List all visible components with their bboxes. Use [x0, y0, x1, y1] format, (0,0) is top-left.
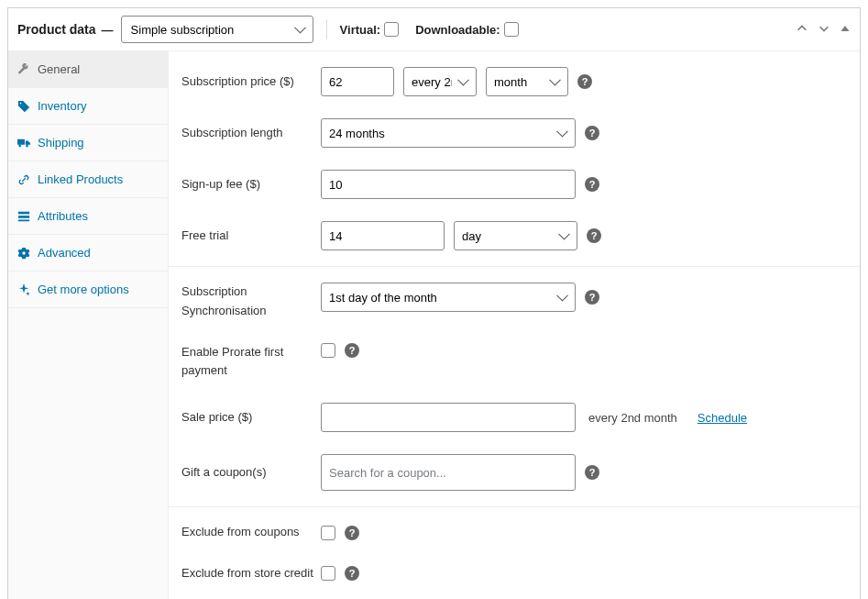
chevron-down-icon[interactable] [818, 22, 830, 38]
chevron-up-icon[interactable] [796, 22, 808, 38]
exclude-coupons-checkbox[interactable] [321, 526, 335, 540]
tab-attributes[interactable]: Attributes [8, 198, 168, 235]
help-icon[interactable]: ? [585, 290, 599, 305]
tab-inventory[interactable]: Inventory [8, 88, 168, 125]
help-icon[interactable]: ? [345, 343, 359, 358]
free-trial-input[interactable] [321, 221, 445, 250]
subscription-length-label: Subscription length [181, 124, 321, 143]
tab-label: Advanced [38, 246, 91, 260]
virtual-label: Virtual: [340, 23, 381, 37]
tab-label: Attributes [38, 209, 88, 223]
exclude-coupons-label: Exclude from coupons [181, 523, 321, 542]
subscription-period-select[interactable]: month [486, 67, 568, 96]
exclude-store-credit-checkbox[interactable] [321, 566, 335, 581]
tab-label: Inventory [38, 99, 86, 113]
sale-price-input[interactable] [321, 403, 576, 432]
help-icon[interactable]: ? [585, 126, 599, 140]
tab-label: General [38, 62, 80, 76]
panel-controls [796, 22, 851, 38]
link-icon [17, 173, 30, 186]
free-trial-label: Free trial [181, 227, 321, 246]
exclude-store-credit-label: Exclude from store credit [181, 564, 321, 583]
gear-icon [17, 247, 30, 260]
tab-get-more-options[interactable]: Get more options [8, 272, 168, 308]
help-icon[interactable]: ? [587, 228, 601, 243]
prorate-checkbox[interactable] [321, 343, 335, 358]
gift-coupon-search[interactable] [321, 454, 576, 491]
tab-label: Linked Products [38, 172, 123, 186]
help-icon[interactable]: ? [577, 74, 592, 89]
sync-select[interactable]: 1st day of the month [321, 283, 576, 312]
separator [326, 19, 327, 39]
subscription-price-input[interactable] [321, 67, 394, 96]
prorate-label: Enable Prorate first payment [181, 343, 321, 382]
subscription-interval-select[interactable]: every 2nd [403, 67, 477, 96]
panel-title: Product data [17, 22, 96, 37]
wrench-icon [17, 63, 30, 76]
help-icon[interactable]: ? [345, 526, 359, 540]
signup-fee-label: Sign-up fee ($) [181, 175, 321, 194]
gift-coupon-label: Gift a coupon(s) [181, 463, 321, 483]
sparkle-icon [17, 283, 30, 296]
help-icon[interactable]: ? [585, 465, 599, 480]
schedule-link[interactable]: Schedule [698, 411, 747, 425]
sale-price-label: Sale price ($) [181, 408, 321, 427]
sale-price-suffix: every 2nd month [588, 411, 677, 425]
tag-icon [17, 100, 30, 113]
svg-rect-2 [18, 219, 29, 221]
tab-shipping[interactable]: Shipping [8, 125, 168, 161]
tab-label: Shipping [38, 136, 84, 150]
subscription-price-label: Subscription price ($) [181, 72, 321, 92]
signup-fee-input[interactable] [321, 170, 576, 199]
truck-icon [17, 137, 30, 150]
subscription-length-select[interactable]: 24 months [321, 118, 576, 148]
collapse-icon[interactable] [840, 22, 851, 38]
panel-header: Product data — Simple subscription Virtu… [8, 8, 860, 51]
title-dash: — [102, 23, 114, 37]
free-trial-unit-select[interactable]: day [454, 221, 577, 250]
svg-rect-1 [18, 216, 29, 218]
virtual-checkbox[interactable] [384, 22, 399, 37]
tab-advanced[interactable]: Advanced [8, 235, 168, 272]
tab-general[interactable]: General [8, 51, 168, 88]
sync-label: Subscription Synchronisation [181, 283, 321, 321]
tab-label: Get more options [38, 283, 129, 296]
product-type-select[interactable]: Simple subscription [121, 16, 313, 43]
downloadable-checkbox[interactable] [504, 22, 519, 37]
help-icon[interactable]: ? [585, 177, 599, 192]
svg-rect-0 [18, 211, 29, 214]
content-area: Subscription price ($) every 2nd month ?… [169, 51, 860, 599]
tab-linked-products[interactable]: Linked Products [8, 161, 168, 198]
product-data-panel: Product data — Simple subscription Virtu… [7, 7, 861, 599]
tabs-sidebar: General Inventory Shipping Linked Produc… [8, 51, 169, 599]
downloadable-label: Downloadable: [415, 23, 500, 37]
list-icon [17, 210, 30, 223]
help-icon[interactable]: ? [345, 566, 359, 581]
